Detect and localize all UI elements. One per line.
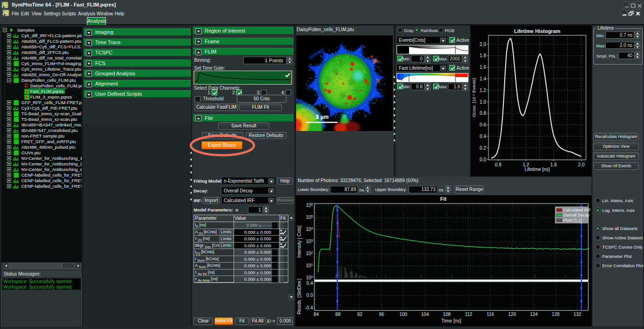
svg-text:1.6: 1.6 (480, 65, 486, 70)
svg-text:0.2: 0.2 (480, 145, 486, 151)
svg-text:Occur. [10 ⁶ Events]: Occur. [10 ⁶ Events] (471, 78, 476, 117)
svg-text:116: 116 (487, 312, 494, 317)
svg-text:0.6: 0.6 (480, 122, 486, 127)
svg-text:Intensity [ Cnts]: Intensity [ Cnts] (297, 225, 302, 257)
svg-text:96: 96 (379, 312, 384, 317)
svg-text:Time [ns]: Time [ns] (442, 318, 462, 323)
svg-text:120: 120 (508, 312, 516, 317)
svg-text:1.0: 1.0 (480, 99, 486, 105)
svg-text:-0.4: -0.4 (305, 305, 313, 310)
svg-text:Pixel (1,1): Pixel (1,1) (563, 218, 582, 223)
svg-text:2.0: 2.0 (578, 162, 585, 167)
svg-text:0.4: 0.4 (480, 134, 486, 139)
svg-text:Lifetime [ns]: Lifetime [ns] (525, 167, 550, 172)
svg-text:Resids. [StdDev.]: Resids. [StdDev.] (297, 279, 302, 315)
svg-text:1.4: 1.4 (480, 76, 486, 81)
svg-text:Calculated IRF: Calculated IRF (563, 208, 591, 212)
svg-text:2.0: 2.0 (480, 42, 486, 47)
svg-text:0.0: 0.0 (480, 157, 486, 162)
svg-text:1.6: 1.6 (550, 162, 557, 167)
svg-text:1.8: 1.8 (480, 53, 486, 58)
svg-text:124: 124 (530, 312, 538, 317)
svg-text:84: 84 (313, 312, 319, 317)
svg-text:0.0: 0.0 (306, 293, 313, 298)
svg-text:Overall Decay: Overall Decay (563, 213, 590, 217)
svg-text:92: 92 (357, 312, 363, 317)
svg-text:112: 112 (465, 312, 472, 317)
svg-text:0.4: 0.4 (306, 281, 313, 286)
svg-text:100: 100 (399, 312, 407, 317)
svg-text:8 µm: 8 µm (316, 114, 329, 120)
svg-text:108: 108 (443, 312, 451, 317)
svg-text:104: 104 (421, 312, 429, 317)
svg-text:0.8: 0.8 (480, 111, 486, 116)
svg-text:0.8: 0.8 (495, 162, 501, 167)
svg-text:132: 132 (573, 312, 581, 317)
svg-text:1.2: 1.2 (480, 88, 486, 93)
svg-text:88: 88 (335, 312, 341, 317)
svg-text:128: 128 (552, 312, 559, 317)
svg-text:Lifetime Histogram: Lifetime Histogram (514, 28, 560, 34)
svg-text:Fit: Fit (440, 196, 447, 202)
